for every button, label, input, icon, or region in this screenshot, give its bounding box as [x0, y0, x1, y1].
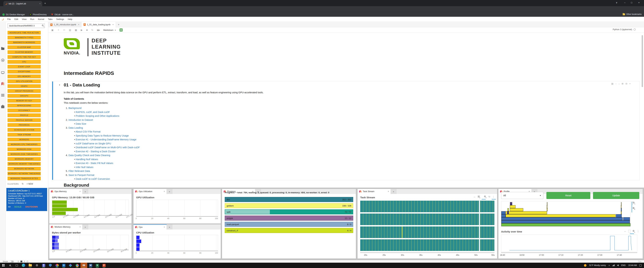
- box-zoom-icon[interactable]: [632, 202, 639, 205]
- dask-button-bandwidth-workers[interactable]: BANDWIDTH WORKERS: [8, 40, 41, 44]
- taskbar-app-powerpoint[interactable]: P: [100, 263, 107, 268]
- terminal-icon[interactable]: [20, 261, 22, 262]
- menu-run[interactable]: Run: [28, 18, 36, 20]
- volume-icon[interactable]: [617, 265, 618, 266]
- dask-button-workers-network-timeseries[interactable]: WORKERS NETWORK TIMESERIES: [8, 172, 41, 175]
- markdown-cell[interactable]: [54, 81, 640, 180]
- dask-button-exceptions[interactable]: EXCEPTIONS: [8, 70, 41, 73]
- taskbar-app-file-explorer[interactable]: [27, 263, 34, 268]
- more-icon[interactable]: ⋮: [637, 230, 639, 233]
- task-view-icon[interactable]: [14, 263, 20, 268]
- toc-link[interactable]: Background: [68, 107, 81, 109]
- dask-button-aggregate-time-per-action[interactable]: AGGREGATE TIME PER ACTION: [8, 31, 41, 34]
- menu-kernel[interactable]: Kernel: [36, 18, 46, 20]
- bookmark-item[interactable]: DLI Devbox Manager: [2, 13, 25, 16]
- flame-segment[interactable]: [621, 211, 622, 214]
- flame-segment[interactable]: [616, 214, 622, 217]
- scale-button[interactable]: SCALE: [14, 206, 22, 208]
- taskbar-app-edge[interactable]: [20, 263, 27, 268]
- taskbar-search-icon[interactable]: [7, 263, 14, 268]
- dask-button-task-stream[interactable]: TASK STREAM: [8, 133, 41, 137]
- taskbar-app-chrome[interactable]: [74, 263, 80, 268]
- dask-button-compute-time-per-key[interactable]: COMPUTE TIME PER KEY: [8, 55, 41, 59]
- dask-button-workers[interactable]: WORKERS: [8, 138, 41, 141]
- dask-button-bandwidth-types[interactable]: BANDWIDTH TYPES: [8, 36, 41, 39]
- panel-tab-close-icon[interactable]: ×: [80, 190, 81, 193]
- search-icon[interactable]: [42, 25, 44, 26]
- menu-help[interactable]: Help: [66, 18, 74, 20]
- dask-button-workers-disk[interactable]: WORKERS DISK: [8, 147, 41, 151]
- run-icon[interactable]: ▶: [81, 29, 82, 31]
- toc-link[interactable]: Filter Relevant Data: [68, 170, 90, 172]
- new-tab-button[interactable]: +: [44, 2, 46, 5]
- panel-new-tab-button[interactable]: +: [391, 189, 396, 194]
- clock[interactable]: 10:44 AM: [628, 264, 637, 267]
- flame-segment[interactable]: [623, 217, 630, 220]
- panel-tab-close-icon[interactable]: ×: [388, 190, 389, 193]
- dask-button-workers-disk-timeseries[interactable]: WORKERS DISK TIMESERIES: [8, 152, 41, 156]
- flame-segment[interactable]: [506, 214, 616, 217]
- panel-tab-gpu-utilization[interactable]: Gpu Utilization×: [134, 189, 167, 194]
- taskbar-app-settings[interactable]: ⚙: [34, 263, 40, 268]
- table-of-contents-icon[interactable]: [1, 94, 4, 96]
- move-cell-up-icon[interactable]: ↑: [616, 82, 617, 85]
- panel-tab-task-stream[interactable]: Task Stream×: [358, 189, 391, 194]
- copy-icon[interactable]: ▤: [69, 29, 71, 31]
- flame-segment[interactable]: [506, 211, 547, 214]
- flame-segment[interactable]: [621, 202, 622, 205]
- browser-tab[interactable]: lab (2) - JupyterLab ×: [3, 1, 42, 6]
- kernel-indicator[interactable]: Python 3 (ipykernel): [613, 28, 636, 31]
- dask-button-workers-transfer-bytes[interactable]: WORKERS TRANSFER BYTES: [8, 177, 41, 180]
- paste-icon[interactable]: ▦: [75, 29, 77, 31]
- dask-button-graph[interactable]: GRAPH: [8, 84, 41, 88]
- hidden-icons-chevron[interactable]: ∧: [608, 264, 610, 267]
- dask-button-group-progress[interactable]: GROUP PROGRESS: [8, 89, 41, 93]
- doc-tab[interactable]: 1_01_data_loading.ipynb×: [82, 22, 116, 27]
- start-button[interactable]: [0, 263, 7, 268]
- dask-button-groups[interactable]: GROUPS: [8, 94, 41, 98]
- cluster-card[interactable]: LocalCUDACluster 1 Scheduler Address: tc…: [6, 188, 47, 211]
- taskbar-app-chrome-incognito[interactable]: [80, 263, 87, 268]
- flame-segment[interactable]: [547, 208, 548, 211]
- flame-segment[interactable]: [621, 208, 622, 211]
- language-indicator[interactable]: ENG: [621, 264, 626, 267]
- toc-link[interactable]: Exercise #2 - Starting a Dask Cluster: [76, 150, 116, 153]
- dask-button-workers-network[interactable]: WORKERS NETWORK: [8, 167, 41, 171]
- dask-dashboard-url-input[interactable]: [8, 24, 45, 28]
- new-doc-tab-button[interactable]: +: [116, 22, 122, 27]
- weather-label[interactable]: 51°F Mostly sunny: [589, 264, 606, 267]
- new-cluster-button[interactable]: + NEW: [27, 183, 33, 185]
- toc-link[interactable]: RAPIDS, cuDF, and Dask-cuDF: [76, 111, 110, 113]
- toc-link[interactable]: Dask-cuDF to cuDF Conversion: [76, 178, 110, 180]
- dask-button-occupancy[interactable]: OCCUPANCY: [8, 109, 41, 112]
- panel-new-tab-button[interactable]: +: [167, 225, 172, 230]
- weather-icon[interactable]: [584, 264, 586, 267]
- insert-cell-above-icon[interactable]: ⊞: [622, 82, 624, 85]
- dask-button-scheduler-system[interactable]: SCHEDULER SYSTEM: [8, 128, 41, 132]
- tab-close-icon[interactable]: ×: [39, 2, 40, 5]
- dask-button-workers-memory[interactable]: WORKERS MEMORY: [8, 157, 41, 161]
- taskbar-app-teams[interactable]: [40, 263, 47, 268]
- bookmark-item[interactable]: GitLab · course-con...: [51, 13, 74, 16]
- flame-segment[interactable]: [501, 211, 506, 214]
- zoom-in-icon[interactable]: [484, 196, 486, 198]
- network-icon[interactable]: [612, 265, 614, 266]
- reset-button[interactable]: Reset: [546, 192, 590, 199]
- dask-button-progress[interactable]: PROGRESS: [8, 123, 41, 127]
- stop-icon[interactable]: ■: [86, 29, 88, 31]
- doc-tab-close-icon[interactable]: ×: [112, 23, 114, 26]
- dask-button-cluster-memory[interactable]: CLUSTER MEMORY: [8, 50, 41, 54]
- dask-button-cluster-map[interactable]: CLUSTER MAP: [8, 45, 41, 49]
- taskbar-app-outlook[interactable]: O: [60, 263, 67, 268]
- flame-segment[interactable]: [501, 223, 630, 226]
- dask-button-nprocessing[interactable]: NPROCESSING: [8, 104, 41, 107]
- taskbar-app-diagram-app[interactable]: [67, 263, 74, 268]
- dask-button-workers-memory-timeseries[interactable]: WORKERS MEMORY TIMESERIES: [8, 162, 41, 166]
- run-all-icon[interactable]: ▶▶: [97, 29, 100, 31]
- panel-new-tab-button[interactable]: +: [82, 189, 88, 194]
- toc-link[interactable]: Exercise #3 - Static Fill Null Values: [76, 162, 113, 165]
- toc-link[interactable]: Data Loading: [68, 126, 83, 129]
- debugger-icon[interactable]: [120, 28, 122, 31]
- flame-segment[interactable]: [547, 205, 548, 208]
- action-center-icon[interactable]: [640, 264, 642, 267]
